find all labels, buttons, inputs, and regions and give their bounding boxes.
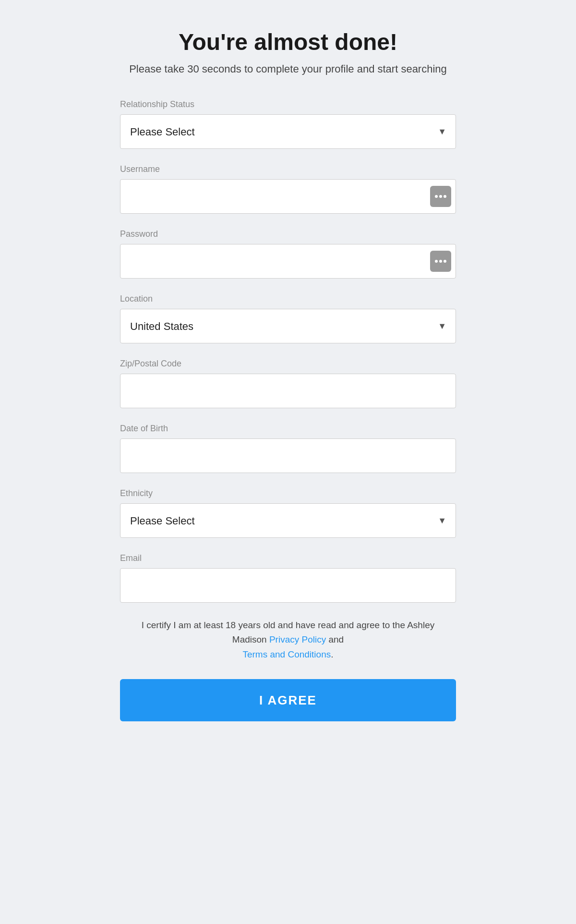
password-group: Password: [120, 229, 456, 279]
email-input[interactable]: [120, 568, 456, 603]
relationship-status-label: Relationship Status: [120, 99, 456, 109]
certify-text: I certify I am at least 18 years old and…: [120, 618, 456, 662]
certify-middle: and: [326, 634, 344, 644]
password-toggle-button[interactable]: [430, 251, 451, 272]
location-wrapper: United States Canada United Kingdom Aust…: [120, 309, 456, 343]
location-group: Location United States Canada United Kin…: [120, 294, 456, 343]
ethnicity-label: Ethnicity: [120, 488, 456, 498]
terms-link[interactable]: Terms and Conditions: [242, 649, 331, 659]
page-subtitle: Please take 30 seconds to complete your …: [129, 63, 447, 75]
dot3: [444, 195, 446, 198]
dots-icon-pw: [435, 260, 446, 263]
page-title: You're almost done!: [179, 29, 397, 55]
dob-label: Date of Birth: [120, 424, 456, 434]
dot2: [439, 195, 442, 198]
page-container: You're almost done! Please take 30 secon…: [82, 29, 494, 721]
relationship-status-wrapper: Please Select Single Married In a Relati…: [120, 114, 456, 149]
zip-label: Zip/Postal Code: [120, 359, 456, 369]
zip-input[interactable]: [120, 374, 456, 408]
dot1: [435, 195, 438, 198]
ethnicity-group: Ethnicity Please Select White / Caucasia…: [120, 488, 456, 538]
relationship-status-group: Relationship Status Please Select Single…: [120, 99, 456, 149]
certify-end: .: [331, 649, 333, 659]
ethnicity-wrapper: Please Select White / Caucasian Black / …: [120, 503, 456, 538]
username-label: Username: [120, 164, 456, 174]
agree-button[interactable]: I AGREE: [120, 679, 456, 721]
privacy-policy-link[interactable]: Privacy Policy: [269, 634, 326, 644]
dot-pw2: [439, 260, 442, 263]
zip-group: Zip/Postal Code: [120, 359, 456, 408]
username-toggle-button[interactable]: [430, 186, 451, 207]
dot-pw3: [444, 260, 446, 263]
password-input[interactable]: [120, 244, 456, 279]
username-input[interactable]: [120, 179, 456, 214]
email-label: Email: [120, 553, 456, 563]
password-label: Password: [120, 229, 456, 239]
dots-icon: [435, 195, 446, 198]
dob-input[interactable]: [120, 438, 456, 473]
username-wrapper: [120, 179, 456, 214]
location-label: Location: [120, 294, 456, 304]
location-select[interactable]: United States Canada United Kingdom Aust…: [120, 309, 456, 343]
email-group: Email: [120, 553, 456, 603]
relationship-status-select[interactable]: Please Select Single Married In a Relati…: [120, 114, 456, 149]
username-group: Username: [120, 164, 456, 214]
form-container: Relationship Status Please Select Single…: [120, 99, 456, 721]
password-wrapper: [120, 244, 456, 279]
dob-group: Date of Birth: [120, 424, 456, 473]
dot-pw1: [435, 260, 438, 263]
ethnicity-select[interactable]: Please Select White / Caucasian Black / …: [120, 503, 456, 538]
